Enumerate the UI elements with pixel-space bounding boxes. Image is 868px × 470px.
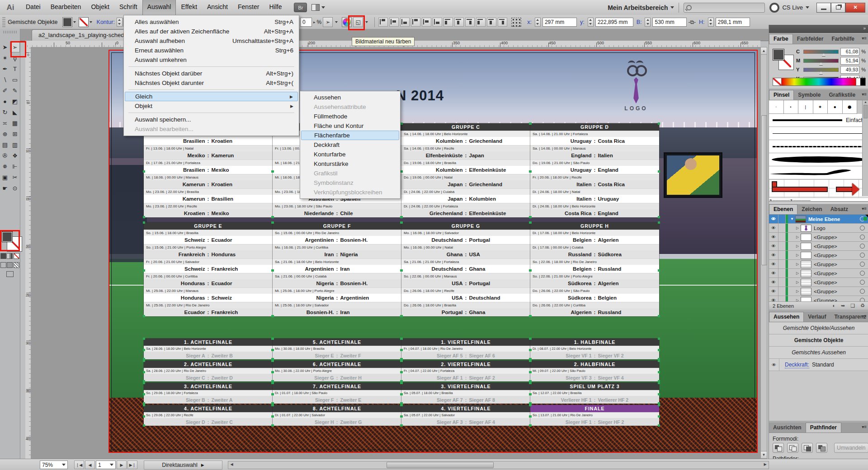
menu-item-auswahl-umkehren[interactable]: Auswahl umkehren [125,55,298,65]
menubar-item-objekt[interactable]: Objekt [86,0,114,14]
menubar-item-datei[interactable]: Datei [21,0,46,14]
eye-icon[interactable]: 👁 [769,359,779,371]
y-stepper[interactable] [588,18,594,27]
lock-toggle[interactable] [778,224,786,232]
disclosure-triangle-icon[interactable]: ▷ [794,271,801,275]
new-brush-icon[interactable]: ❑ [851,203,856,204]
column-graph-tool[interactable]: ⊩ [10,161,20,172]
first-artboard-button[interactable]: ❘◀ [74,461,84,469]
paintbrush-tool[interactable]: ✐ [0,85,10,96]
search-input[interactable] [684,3,765,13]
new-sublayer-icon[interactable]: ➥ [841,303,845,309]
symbol-sprayer-tool[interactable]: ✵ [0,161,10,172]
layers-tab-zeichen[interactable]: Zeichen [797,205,826,214]
brushes-tab-pinsel[interactable]: Pinsel [769,90,794,100]
appearance-tab-verlauf[interactable]: Verlauf [804,312,830,322]
slider-thumb-icon[interactable] [819,71,823,74]
bridge-button[interactable]: Br [294,3,307,12]
color-mode-icon[interactable] [0,253,6,259]
target-circle-icon[interactable] [860,262,865,267]
eye-icon[interactable]: 👁 [769,278,778,287]
eye-icon[interactable]: 👁 [769,215,778,223]
line-tool[interactable]: ∖ [0,74,10,85]
rectangle-tool[interactable]: ▭ [10,74,20,85]
magic-wand-tool[interactable]: ✶ [0,52,10,63]
blob-brush-tool[interactable]: ● [0,96,10,107]
lock-toggle[interactable] [778,242,786,250]
panel-grip[interactable] [2,17,5,27]
brush-charcoal[interactable] [769,140,868,153]
disclosure-triangle-icon[interactable]: ▷ [794,253,801,257]
target-circle-icon[interactable] [860,280,865,285]
brush-libraries-icon[interactable]: ❏ [825,203,829,204]
align-v-center-icon[interactable] [422,18,431,27]
height-stepper[interactable] [708,18,714,27]
calligraphic-brush-swatch[interactable]: ▪ [784,100,799,114]
chevron-down-icon[interactable] [90,21,92,23]
new-layer-icon[interactable]: ❑ [850,303,855,309]
eye-icon[interactable]: 👁 [769,242,778,250]
opacity-field[interactable]: 0 [300,18,312,27]
brush-thin[interactable] [769,127,868,140]
menu-item-objekt[interactable]: Objekt▶ [125,101,298,111]
disclosure-triangle-icon[interactable]: ▷ [794,262,801,266]
cs-live-button[interactable]: CS Live [769,3,809,13]
distribute-h-center-icon[interactable] [487,18,496,27]
vertical-scroll-thumb[interactable] [761,115,767,265]
opacity-link[interactable]: Deckkraft: [785,362,809,368]
minimize-button[interactable] [816,3,831,13]
scroll-right-icon[interactable]: ▶ [762,461,769,468]
panel-menu-icon[interactable]: ▾≡ [862,314,867,319]
layer-row-gruppe[interactable]: 👁▷<Gruppe> [769,260,868,269]
menubar-item-ansicht[interactable]: Ansicht [202,0,233,14]
distribute-bottom-icon[interactable] [465,18,475,27]
delete-brush-icon[interactable]: ✕ [834,203,838,204]
brushes-tab-grafikstile[interactable]: Grafikstile [825,90,859,100]
color-tab-farbhilfe[interactable]: Farbhilfe [827,34,859,44]
channel-value-field[interactable]: 61,08 [840,48,859,56]
channel-slider[interactable] [803,59,839,63]
brush-arrow-pattern[interactable] [769,179,868,198]
selection-tool[interactable]: ➤ [0,42,10,52]
menubar-item-fenster[interactable]: Fenster [233,0,264,14]
scroll-down-icon[interactable]: ▼ [761,451,767,458]
align-top-icon[interactable] [411,18,420,27]
layer-row-gruppe[interactable]: 👁▷<Gruppe> [769,278,868,287]
lock-toggle[interactable] [778,260,786,268]
channel-value-field[interactable]: 51,94 [840,57,859,65]
disclosure-triangle-icon[interactable]: ▷ [794,280,801,284]
distribute-right-icon[interactable] [498,18,507,27]
layer-row-gruppe[interactable]: 👁▷<Gruppe> [769,242,868,251]
disclosure-triangle-icon[interactable]: ▷ [794,289,801,293]
eye-icon[interactable]: 👁 [769,260,778,268]
target-circle-icon[interactable] [860,253,865,258]
align-bottom-icon[interactable] [433,18,442,27]
menubar-item-hilfe[interactable]: Hilfe [264,0,287,14]
menu-item-füllmethode[interactable]: Füllmethode [301,112,399,121]
menu-item-nächstes-objekt-darunter[interactable]: Nächstes Objekt darunterAlt+Strg+( [125,78,298,88]
menu-item-deckkraft[interactable]: Deckkraft [301,140,399,150]
brush-options-icon[interactable]: ☰ [842,203,847,204]
height-field[interactable]: 298,1 mm [716,18,750,27]
target-circle-icon[interactable] [860,289,865,294]
align-right-icon[interactable] [400,18,410,27]
menu-item-konturfarbe[interactable]: Konturfarbe [301,150,399,159]
trash-icon[interactable]: ♻ [860,303,865,309]
fill-swatch[interactable] [773,49,784,61]
menu-item-konturstärke[interactable]: Konturstärke [301,159,399,169]
eraser-tool[interactable]: ◩ [10,96,20,107]
none-swatch[interactable] [773,78,782,85]
width-tool[interactable]: ≍ [0,118,10,128]
menubar-item-schrift[interactable]: Schrift [114,0,142,14]
channel-value-field[interactable]: 49,93 [840,66,859,74]
intersect-button[interactable] [802,443,813,453]
layer-row-gruppe[interactable]: 👁▷<Gruppe> [769,233,868,242]
free-transform-tool[interactable]: ▦ [10,118,20,128]
spectrum-gradient[interactable] [782,78,856,85]
artboard-tool[interactable]: ▣ [0,172,10,183]
dock-collapse-button[interactable]: » [769,25,868,33]
channel-slider[interactable] [803,50,839,54]
menu-item-gleich[interactable]: Gleich▶ [125,92,298,101]
gradient-mode-icon[interactable] [7,253,13,259]
status-tool-indicator[interactable]: Direktauswahl ▶ [144,461,222,470]
